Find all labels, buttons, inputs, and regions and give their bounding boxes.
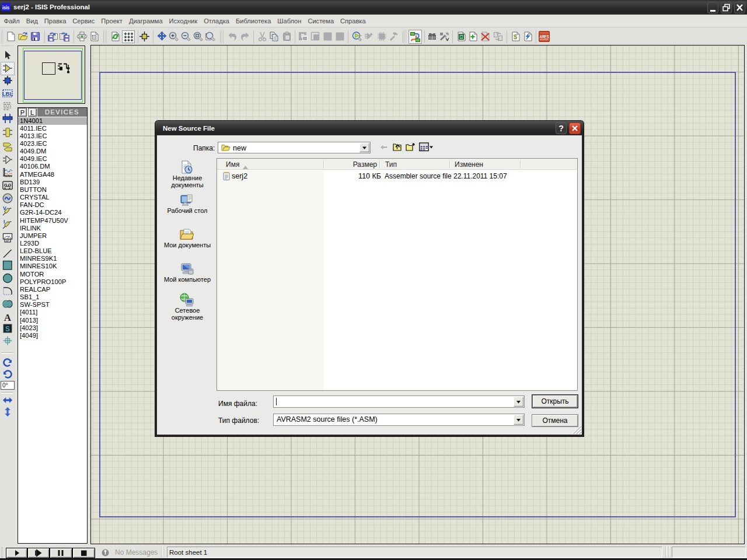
svg-text:$: $: [514, 33, 517, 40]
svg-text:A: A: [4, 312, 12, 323]
svg-text:isis: isis: [2, 4, 9, 10]
svg-text:LBL: LBL: [2, 90, 13, 97]
svg-text:I: I: [4, 219, 5, 225]
svg-text:S: S: [5, 325, 10, 333]
svg-text:ARES: ARES: [540, 34, 549, 40]
